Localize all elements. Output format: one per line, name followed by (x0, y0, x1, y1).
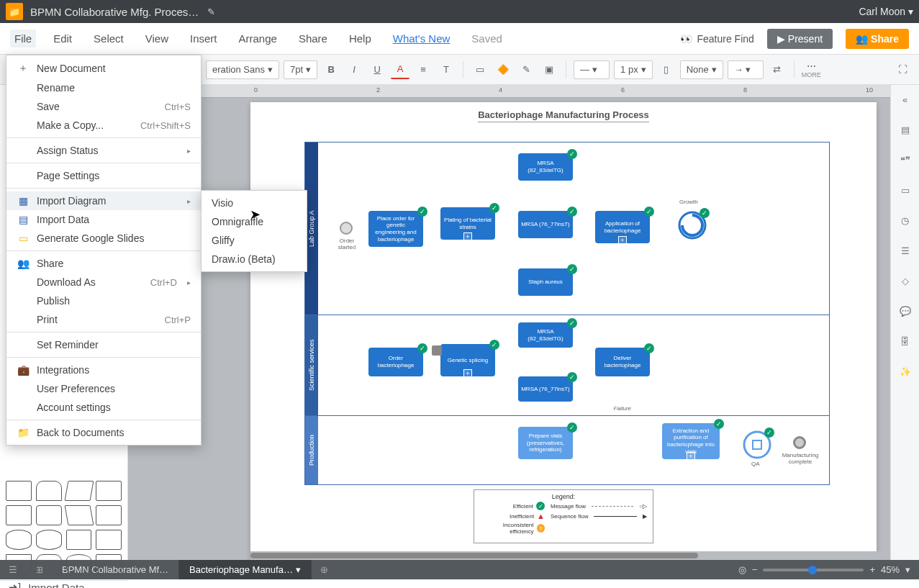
task-application[interactable]: Application of bacteriophage+✓ (595, 211, 650, 243)
canvas[interactable]: 0246810 Bacteriophage Manufacturing Proc… (128, 85, 890, 560)
underline-button[interactable]: U (368, 60, 386, 79)
shape-thumb[interactable] (36, 530, 62, 550)
menu-view[interactable]: View (141, 30, 173, 48)
task-place-order[interactable]: Place order for genetic engineering and … (368, 211, 423, 247)
rename-icon[interactable]: ✎ (207, 6, 215, 17)
user-menu[interactable]: Carl Moon ▾ (859, 6, 913, 17)
menu-arrange[interactable]: Arrange (235, 30, 281, 48)
bold-button[interactable]: B (322, 60, 340, 79)
add-page-button[interactable]: ⊕ (312, 560, 338, 579)
shape-thumb[interactable] (6, 554, 32, 574)
folder-icon[interactable]: 📁 (6, 3, 23, 20)
submenu-visio[interactable]: Visio (202, 194, 307, 212)
comment-icon[interactable]: ❝❞ (897, 151, 914, 168)
layers-icon[interactable]: ☰ (897, 242, 914, 259)
zoom-level[interactable]: 45% (881, 564, 900, 575)
text-options-button[interactable]: T (437, 60, 456, 79)
submenu-drawio[interactable]: Draw.io (Beta) (202, 250, 307, 268)
task-plating[interactable]: Plating of bacterial strains+✓ (440, 207, 495, 240)
history-icon[interactable]: ◷ (897, 212, 914, 229)
task-mrsa-3[interactable]: MRSA (82_83delTG)✓ (518, 322, 573, 348)
database-icon[interactable]: 🗄 (897, 333, 914, 350)
menu-save[interactable]: SaveCtrl+S (6, 97, 201, 116)
line-color-button[interactable]: ✎ (517, 60, 535, 79)
shape-options-button[interactable]: ▣ (540, 60, 558, 79)
task-mrsa-2[interactable]: MRSA (76_77insT)✓ (518, 211, 573, 238)
align-button[interactable]: ≡ (414, 60, 433, 79)
horizontal-scrollbar[interactable] (250, 553, 698, 558)
line-style-selector[interactable]: — ▾ (574, 60, 610, 79)
menu-share[interactable]: Share (294, 30, 332, 48)
submenu-omnigraffle[interactable]: Omnigraffle (202, 212, 307, 231)
task-staph[interactable]: Staph aureus✓ (518, 268, 573, 296)
shape-thumb[interactable] (64, 505, 94, 525)
shape-thumb[interactable] (66, 530, 92, 550)
menu-select[interactable]: Select (89, 30, 128, 48)
zoom-out-button[interactable]: − (752, 564, 758, 575)
growth-event[interactable]: ✓ (678, 211, 707, 240)
zoom-fit-icon[interactable]: ◎ (738, 564, 746, 575)
menu-user-prefs[interactable]: User Preferences (6, 379, 201, 398)
present-button[interactable]: ▶ Present (767, 29, 833, 49)
zoom-slider[interactable] (763, 569, 864, 571)
menu-insert[interactable]: Insert (186, 30, 222, 48)
import-data-button[interactable]: ➜] Import Data (0, 580, 127, 588)
menu-assign-status[interactable]: Assign Status▸ (6, 141, 201, 160)
collapse-icon[interactable]: « (897, 91, 914, 108)
share-button[interactable]: 👥 Share (846, 29, 909, 49)
qa-event[interactable]: ✓ (743, 430, 771, 459)
menu-edit[interactable]: Edit (49, 30, 76, 48)
bpmn-pool[interactable]: Lab Group A Order started Place order fo… (304, 142, 830, 485)
menu-new-document[interactable]: ＋New Document (6, 58, 201, 78)
text-color-button[interactable]: A (391, 60, 409, 79)
menu-publish[interactable]: Publish (6, 291, 201, 310)
page-icon[interactable]: ▤ (897, 121, 914, 138)
menu-share-item[interactable]: 👥Share (6, 254, 201, 273)
shape-thumb[interactable] (6, 530, 32, 550)
fill-color-button[interactable]: 🔶 (494, 60, 512, 79)
arrow-start-selector[interactable]: None ▾ (680, 60, 723, 79)
lane-header-production[interactable]: Production (305, 416, 318, 484)
task-deliver[interactable]: Deliver bacteriophage✓ (595, 348, 650, 376)
menu-print[interactable]: PrintCtrl+P (6, 310, 201, 329)
shape-thumb[interactable] (36, 554, 62, 574)
lane-header-scientific[interactable]: Scientific services (305, 315, 318, 415)
font-selector[interactable]: eration Sans ▾ (206, 60, 279, 79)
magic-icon[interactable]: ✨ (897, 363, 914, 380)
menu-page-settings[interactable]: Page Settings (6, 166, 201, 185)
end-event[interactable] (793, 436, 806, 449)
shape-thumb[interactable] (96, 481, 122, 501)
menu-integrations[interactable]: 💼Integrations (6, 361, 201, 379)
menu-import-diagram[interactable]: ▦Import Diagram▸ (6, 191, 201, 210)
chat-icon[interactable]: 💬 (897, 302, 914, 320)
page[interactable]: Bacteriophage Manufacturing Process Lab … (250, 102, 877, 560)
data-icon[interactable]: ◇ (897, 272, 914, 289)
fontsize-selector[interactable]: 7pt ▾ (284, 60, 317, 79)
feature-find[interactable]: 👀Feature Find (680, 33, 753, 45)
menu-account[interactable]: Account settings (6, 398, 201, 417)
line-options-button[interactable]: ▯ (657, 60, 676, 79)
menu-download-as[interactable]: Download AsCtrl+D▸ (6, 273, 201, 291)
document-title[interactable]: BPMN Collaborative Mfg. Proces… (30, 6, 199, 18)
fullscreen-button[interactable]: ⛶ (893, 60, 912, 79)
task-genetic-splicing[interactable]: Genetic splicing+✓ (440, 344, 495, 376)
menu-whatsnew[interactable]: What's New (389, 30, 455, 48)
shape-thumb[interactable] (96, 554, 122, 574)
shape-thumb[interactable] (96, 530, 122, 550)
start-event[interactable] (340, 222, 353, 235)
shape-thumb[interactable] (96, 505, 122, 525)
line-width-selector[interactable]: 1 px ▾ (614, 60, 653, 79)
shape-thumb[interactable] (64, 481, 94, 501)
shape-thumb[interactable] (66, 554, 92, 574)
task-order-bacteriophage[interactable]: Order bacteriophage✓ (368, 348, 423, 376)
zoom-in-button[interactable]: + (869, 564, 875, 575)
more-tools-button[interactable]: ⋯MORE (802, 60, 821, 78)
shape-thumb[interactable] (36, 481, 62, 501)
shape-thumb[interactable] (36, 505, 62, 525)
menu-back-to-docs[interactable]: 📁Back to Documents (6, 423, 201, 442)
task-extraction[interactable]: Extraction and purification of bacteriop… (662, 423, 720, 459)
arrow-end-selector[interactable]: → ▾ (728, 60, 764, 79)
shape-style-button[interactable]: ▭ (471, 60, 489, 79)
menu-rename[interactable]: Rename (6, 78, 201, 97)
task-mrsa-4[interactable]: MRSA (76_77insT)✓ (518, 376, 573, 402)
